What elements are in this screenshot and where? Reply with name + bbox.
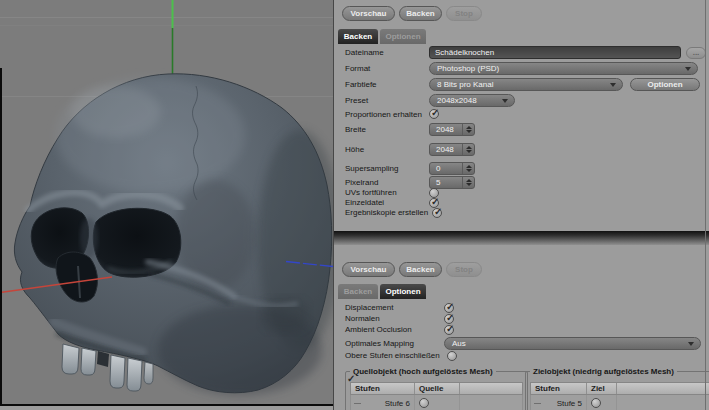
farbtiefe-label: Farbtiefe: [345, 78, 377, 91]
vorschau-button-2[interactable]: Vorschau: [342, 262, 395, 277]
dateiname-label: Dateiname: [345, 46, 384, 59]
zielobjekt-title: Zielobjekt (niedrig aufgelöstes Mesh): [530, 367, 677, 376]
dropdown-arrow-icon: [610, 83, 616, 87]
ergebniskopie-checkbox[interactable]: [432, 208, 442, 218]
supersampling-value: 0: [436, 164, 440, 173]
stop-button-2[interactable]: Stop: [446, 262, 482, 277]
application-window: Vorschau Backen Stop Backen Optionen Dat…: [0, 0, 709, 410]
backen-button-2[interactable]: Backen: [399, 262, 442, 277]
dropdown-arrow-icon: [688, 342, 694, 346]
optimales-mapping-value: Aus: [452, 339, 466, 348]
3d-viewport[interactable]: [0, 0, 333, 406]
ambient-occlusion-label: Ambient Occlusion: [345, 325, 412, 335]
displacement-label: Displacement: [345, 303, 393, 313]
uvs-label: UVs fortführen: [345, 188, 397, 198]
ziel-checkbox[interactable]: [591, 398, 601, 408]
browse-button[interactable]: ...: [686, 47, 706, 59]
stufe-label: Stufe 6: [385, 399, 414, 408]
proportionen-label: Proportionen erhalten: [345, 108, 422, 121]
tab-backen-2[interactable]: Backen: [338, 284, 378, 299]
table-row[interactable]: Stufe 5: [530, 395, 709, 410]
bake-panel: Vorschau Backen Stop Backen Optionen Dat…: [333, 0, 709, 231]
backen-button[interactable]: Backen: [399, 6, 442, 21]
pixelrand-spinner[interactable]: 5: [429, 176, 475, 189]
preset-value: 2048x2048: [437, 96, 477, 105]
row-empty-cell: [460, 395, 522, 410]
table-row[interactable]: Stufe 6: [350, 395, 523, 410]
stop-button[interactable]: Stop: [446, 6, 482, 21]
breite-label: Breite: [345, 123, 366, 136]
dateiname-input[interactable]: [429, 46, 681, 59]
format-value: Photoshop (PSD): [437, 64, 499, 73]
breite-value: 2048: [436, 125, 454, 134]
spinner-arrows-icon[interactable]: [462, 177, 474, 188]
dropdown-arrow-icon: [685, 67, 691, 71]
spinner-arrows-icon[interactable]: [462, 124, 474, 135]
row-check-cell: [415, 395, 460, 410]
hoehe-value: 2048: [436, 145, 454, 154]
column-header-stufen: Stufen: [531, 383, 587, 394]
proportionen-checkbox[interactable]: [429, 109, 439, 119]
preset-dropdown[interactable]: 2048x2048: [429, 94, 515, 107]
skull-geometry: [14, 74, 333, 395]
row-check-cell: [587, 395, 617, 410]
ambient-occlusion-checkbox[interactable]: [444, 325, 454, 335]
row-name-cell: Stufe 6: [351, 395, 415, 410]
pixelrand-value: 5: [436, 178, 440, 187]
zielobjekt-table-header: Stufen Ziel: [530, 382, 709, 395]
quelle-checkbox[interactable]: [419, 398, 429, 408]
column-header-quelle: Quelle: [415, 383, 460, 394]
spinner-arrows-icon[interactable]: [462, 163, 474, 174]
row-empty-cell: [617, 395, 709, 410]
hoehe-label: Höhe: [345, 143, 364, 156]
panel-right-border: [705, 0, 706, 410]
tab-backen[interactable]: Backen: [338, 29, 378, 44]
format-label: Format: [345, 62, 370, 75]
farbtiefe-optionen-button[interactable]: Optionen: [630, 78, 700, 91]
quellobjekt-table-header: Stufen Quelle: [350, 382, 523, 395]
preset-label: Preset: [345, 94, 368, 107]
farbtiefe-value: 8 Bits pro Kanal: [437, 80, 493, 89]
ergebniskopie-label: Ergebniskopie erstellen: [345, 208, 428, 218]
column-header-ziel: Ziel: [587, 383, 617, 394]
supersampling-label: Supersampling: [345, 162, 398, 175]
viewport-left-border: [0, 68, 2, 404]
zielobjekt-group: Zielobjekt (niedrig aufgelöstes Mesh) St…: [525, 367, 709, 410]
row-name-cell: Stufe 5: [531, 395, 587, 410]
tab-optionen[interactable]: Optionen: [380, 29, 426, 44]
supersampling-spinner[interactable]: 0: [429, 162, 475, 175]
column-header-empty: [617, 383, 709, 394]
dropdown-arrow-icon: [502, 99, 508, 103]
farbtiefe-dropdown[interactable]: 8 Bits pro Kanal: [429, 78, 623, 91]
tree-branch-icon: [354, 403, 361, 404]
obere-stufen-checkbox[interactable]: [447, 351, 457, 361]
skull-model: [0, 0, 333, 404]
normalen-label: Normalen: [345, 314, 380, 324]
quellobjekt-group: Quellobjekt (hoch aufgelöstes Mesh) Stuf…: [345, 367, 528, 410]
column-header-stufen: Stufen: [351, 383, 415, 394]
obere-stufen-label: Obere Stufen einschließen: [345, 351, 440, 361]
column-header-empty: [460, 383, 522, 394]
options-panel: Vorschau Backen Stop Backen Optionen Dis…: [333, 245, 709, 410]
spinner-arrows-icon[interactable]: [462, 144, 474, 155]
breite-spinner[interactable]: 2048: [429, 123, 475, 136]
tab-optionen-2[interactable]: Optionen: [380, 284, 426, 299]
einzeldatei-label: Einzeldatei: [345, 198, 384, 208]
quellobjekt-title: Quellobjekt (hoch aufgelöstes Mesh): [350, 367, 496, 376]
hoehe-spinner[interactable]: 2048: [429, 143, 475, 156]
format-dropdown[interactable]: Photoshop (PSD): [429, 62, 698, 75]
vorschau-button[interactable]: Vorschau: [342, 6, 395, 21]
tree-branch-icon: [534, 403, 541, 404]
panel-separator: [333, 231, 709, 245]
stufe-label: Stufe 5: [557, 399, 586, 408]
optimales-mapping-label: Optimales Mapping: [345, 337, 414, 350]
optimales-mapping-dropdown[interactable]: Aus: [444, 337, 701, 350]
